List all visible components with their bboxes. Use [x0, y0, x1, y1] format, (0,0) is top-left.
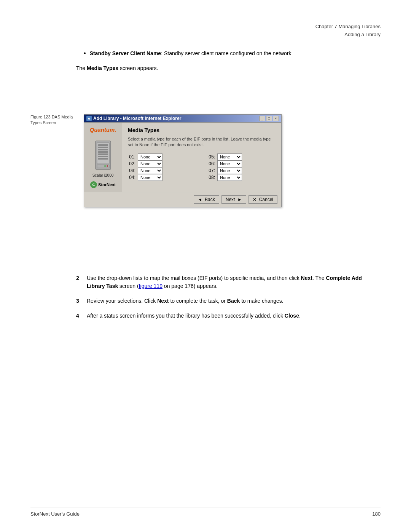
quantum-divider [88, 135, 118, 135]
step-text-4: After a status screen informs you that t… [87, 312, 381, 320]
port-row-07: 07: None LTO DLT [207, 167, 276, 174]
maximize-button[interactable]: □ [266, 116, 272, 121]
stornext-icon: G [90, 181, 97, 188]
page-header: Chapter 7 Managing Libraries Adding a Li… [315, 23, 381, 39]
port-select-01[interactable]: None LTO DLT [138, 153, 162, 160]
intro-text: The Media Types screen appears. [76, 64, 381, 72]
stornext-logo: G StorNext [90, 181, 116, 188]
ie-icon: e [86, 116, 92, 121]
svg-rect-2 [98, 144, 108, 146]
port-select-03[interactable]: None LTO DLT [138, 167, 162, 174]
quantum-logo: Quantum. [90, 126, 116, 133]
svg-rect-3 [98, 147, 108, 148]
chapter-title: Chapter 7 Managing Libraries [315, 23, 381, 31]
step-number-3: 3 [76, 297, 82, 305]
minimize-button[interactable]: _ [259, 116, 265, 121]
dialog-description: Select a media type for each of the EIF … [128, 136, 276, 148]
bullet-text: Standby Server Client Name: Standby serv… [90, 50, 292, 58]
port-row-08: 08: None LTO DLT [207, 174, 276, 181]
figure-container: Figure 123 DAS Media Types Screen e Add … [30, 114, 381, 207]
dialog-bottom: ◄ Back Next ► ✕ Cancel [84, 192, 281, 207]
step-3: 3 Review your selections. Click Next to … [76, 297, 381, 305]
bullet-section: • Standby Server Client Name: Standby se… [76, 50, 381, 58]
bullet-item: • Standby Server Client Name: Standby se… [84, 50, 381, 58]
titlebar-left: e Add Library - Microsoft Internet Explo… [86, 116, 181, 121]
svg-rect-7 [98, 156, 108, 157]
dialog-content-area: Quantum. [84, 122, 281, 192]
step-4: 4 After a status screen informs you that… [76, 312, 381, 320]
svg-rect-5 [98, 151, 108, 153]
steps-section: 2 Use the drop-down lists to map the mai… [76, 274, 381, 327]
port-select-02[interactable]: None LTO DLT [138, 160, 162, 167]
port-row-03: 03: None LTO DLT [128, 167, 196, 174]
port-select-08[interactable]: None LTO DLT [217, 174, 242, 181]
port-select-04[interactable]: None LTO DLT [138, 174, 162, 181]
page-footer: StorNext User's Guide 180 [30, 508, 381, 517]
media-ports-grid: 01: None LTO DLT 02: None LTO [128, 153, 276, 181]
figure-label: Figure 123 DAS Media Types Screen [30, 114, 76, 126]
ports-left-column: 01: None LTO DLT 02: None LTO [128, 153, 196, 181]
bullet-dot: • [84, 50, 86, 58]
bold-term: Standby Server Client Name [90, 50, 161, 56]
library-illustration [92, 139, 115, 173]
media-types-term: Media Types [87, 65, 118, 71]
port-label-07: 07: [207, 168, 215, 173]
port-label-03: 03: [128, 168, 135, 173]
next-bold: Next [301, 275, 312, 281]
port-row-04: 04: None LTO DLT [128, 174, 196, 181]
cancel-button[interactable]: ✕ Cancel [249, 195, 277, 204]
dialog-section-title: Media Types [128, 127, 276, 133]
footer-right: 180 [372, 511, 381, 517]
step-2: 2 Use the drop-down lists to map the mai… [76, 274, 381, 290]
port-label-05: 05: [207, 154, 215, 160]
port-select-06[interactable]: None LTO DLT [217, 160, 242, 167]
port-label-06: 06: [207, 161, 215, 166]
step-number-2: 2 [76, 274, 82, 282]
svg-point-10 [104, 165, 106, 167]
port-row-05: 05: None LTO DLT [207, 153, 276, 160]
port-row-01: 01: None LTO DLT [128, 153, 196, 160]
back-bold: Back [227, 298, 240, 304]
step-text-2: Use the drop-down lists to map the mail … [87, 274, 381, 290]
port-label-04: 04: [128, 175, 135, 180]
svg-rect-8 [98, 158, 108, 160]
section-title: Adding a Library [315, 31, 381, 39]
close-bold: Close [285, 313, 299, 319]
port-select-05[interactable]: None LTO DLT [217, 153, 242, 160]
next-bold-2: Next [157, 298, 169, 304]
dialog-window: e Add Library - Microsoft Internet Explo… [84, 114, 282, 207]
titlebar-controls: _ □ × [259, 116, 279, 121]
figure-119-link[interactable]: figure 119 [139, 283, 162, 289]
port-select-07[interactable]: None LTO DLT [217, 167, 242, 174]
main-content: • Standby Server Client Name: Standby se… [76, 50, 381, 80]
ports-right-column: 05: None LTO DLT 06: None LTO [207, 153, 276, 181]
dialog-title: Add Library - Microsoft Internet Explore… [93, 116, 181, 121]
library-name: Scalar i2000 [92, 173, 114, 177]
port-label-02: 02: [128, 161, 135, 166]
svg-rect-4 [98, 149, 108, 150]
svg-rect-1 [97, 143, 109, 164]
port-row-06: 06: None LTO DLT [207, 160, 276, 167]
port-label-08: 08: [207, 175, 215, 180]
dialog-sidebar: Quantum. [84, 123, 122, 192]
stornext-label: StorNext [98, 182, 116, 187]
step-number-4: 4 [76, 312, 82, 320]
svg-rect-6 [98, 153, 108, 155]
svg-point-11 [107, 165, 108, 167]
back-button[interactable]: ◄ Back [194, 195, 219, 204]
next-button[interactable]: Next ► [221, 195, 246, 204]
close-button[interactable]: × [273, 116, 279, 121]
dialog-main: Media Types Select a media type for each… [122, 123, 281, 192]
port-row-02: 02: None LTO DLT [128, 160, 196, 167]
port-label-01: 01: [128, 154, 135, 160]
step-text-3: Review your selections. Click Next to co… [87, 297, 381, 305]
dialog-titlebar: e Add Library - Microsoft Internet Explo… [84, 115, 281, 122]
complete-task-bold: Complete Add Library Task [87, 275, 362, 289]
footer-left: StorNext User's Guide [30, 511, 80, 517]
